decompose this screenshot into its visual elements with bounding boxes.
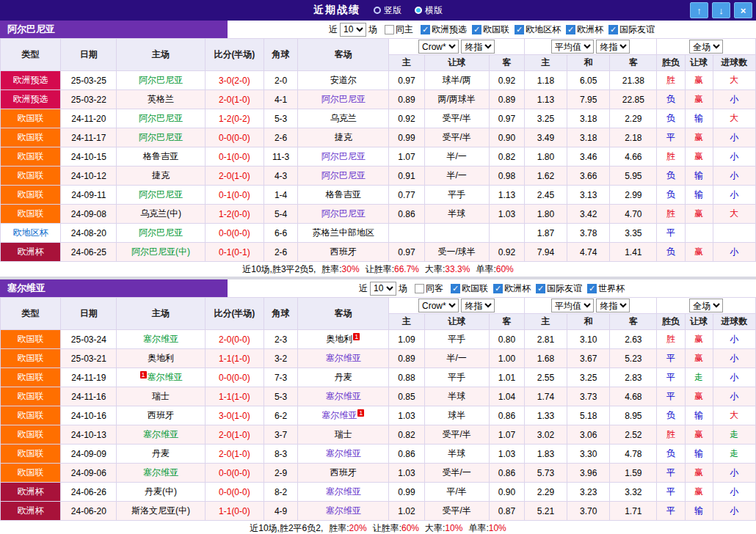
- close-button[interactable]: ×: [734, 2, 752, 18]
- up-arrow-icon: ↑: [697, 5, 702, 16]
- competition-filter[interactable]: 欧洲杯: [561, 23, 603, 36]
- col-result: 胜负: [657, 314, 685, 330]
- col-euro-draw: 和: [567, 314, 610, 330]
- layout-radio-horizontal[interactable]: 横版: [415, 4, 443, 17]
- competition-checkbox[interactable]: [493, 284, 503, 293]
- away-team-name: 乌克兰: [330, 113, 357, 123]
- competition-type: 欧国联: [1, 186, 61, 205]
- away-team-name: 阿尔巴尼亚: [321, 151, 366, 161]
- home-team: 西班牙: [117, 406, 205, 425]
- home-team: 塞尔维亚: [117, 425, 205, 445]
- home-team-name: 捷克: [152, 170, 170, 180]
- recent-count-select[interactable]: 10: [370, 282, 396, 296]
- col-asian-away: 客: [489, 55, 524, 71]
- col-asian-away: 客: [489, 314, 524, 330]
- same-venue-checkbox[interactable]: [385, 25, 394, 34]
- average-odds-select[interactable]: 平均值: [551, 40, 594, 54]
- result-goals: 走: [713, 425, 755, 445]
- home-team: 塞尔维亚: [117, 464, 205, 483]
- match-row: 欧洲杯24-06-20斯洛文尼亚(中)1-1(0-0)4-9塞尔维亚1.02受平…: [1, 502, 756, 521]
- summary-stat: 单率:60%: [476, 263, 513, 276]
- match-row: 欧国联25-03-24塞尔维亚2-0(0-0)2-3奥地利11.09平手0.80…: [1, 330, 756, 349]
- corner-score: 3-2: [263, 349, 297, 368]
- competition-filter[interactable]: 欧国联: [446, 282, 488, 295]
- avg-away-odds: 1.41: [610, 243, 657, 262]
- same-venue-filter[interactable]: 同客: [410, 282, 443, 295]
- average-odds-select[interactable]: 平均值: [551, 299, 594, 312]
- average-stage-select[interactable]: 终指: [596, 299, 630, 312]
- scope-select[interactable]: 全场: [689, 299, 723, 312]
- result-handicap: 赢: [685, 330, 713, 349]
- same-venue-checkbox[interactable]: [415, 284, 424, 293]
- down-arrow-icon: ↓: [719, 5, 724, 16]
- result-wdl: 平: [657, 368, 685, 387]
- summary-stat-value: 60%: [496, 264, 514, 274]
- competition-checkbox[interactable]: [587, 284, 597, 293]
- odds-stage-select[interactable]: 终指: [461, 40, 495, 54]
- handicap-line: 球半/两: [424, 71, 489, 90]
- home-team-name: 乌克兰(中): [140, 208, 181, 219]
- corner-score: 1-4: [263, 186, 297, 205]
- handicap-home-odds: 1.07: [389, 147, 424, 167]
- competition-filter[interactable]: 欧地区杯: [509, 23, 561, 36]
- competition-filter[interactable]: 国际友谊: [603, 23, 655, 36]
- handicap-line: 半/一: [424, 167, 489, 186]
- odds-provider-select[interactable]: Crow*: [418, 299, 459, 312]
- competition-checkbox[interactable]: [515, 25, 524, 34]
- competition-checkbox[interactable]: [451, 284, 460, 293]
- competition-filter[interactable]: 世界杯: [582, 282, 625, 295]
- home-team-name: 丹麦: [152, 448, 170, 458]
- handicap-away-odds: 1.13: [489, 186, 524, 205]
- avg-home-odds: 3.25: [524, 109, 567, 128]
- filter-bar: 近 10 场 同主 欧洲预选欧国联欧地区杯欧洲杯国际友谊: [228, 21, 756, 38]
- col-euro-home: 主: [524, 314, 567, 330]
- layout-radio-vertical[interactable]: 竖版: [374, 4, 401, 17]
- result-wdl: 负: [657, 445, 685, 464]
- result-goals: 走: [713, 445, 755, 464]
- score: 0-0(0-0): [205, 483, 263, 502]
- competition-filter[interactable]: 欧国联: [467, 23, 509, 36]
- average-stage-select[interactable]: 终指: [596, 40, 630, 54]
- avg-home-odds: 1.13: [524, 90, 567, 109]
- summary-stat: 让胜率:60%: [373, 522, 419, 534]
- match-row: 欧国联24-11-17阿尔巴尼亚0-0(0-0)2-6捷克0.99受平/半0.9…: [1, 128, 756, 147]
- move-up-button[interactable]: ↑: [690, 2, 708, 18]
- competition-checkbox[interactable]: [608, 25, 618, 34]
- col-date: 日期: [61, 39, 117, 71]
- recent-count-select[interactable]: 10: [340, 23, 366, 37]
- avg-home-odds: 1.80: [524, 147, 567, 167]
- avg-home-odds: 3.49: [524, 128, 567, 147]
- result-wdl: 胜: [657, 147, 685, 167]
- handicap-line: 受半/一: [424, 464, 489, 483]
- summary-stat-value: 20%: [349, 523, 367, 533]
- competition-filter[interactable]: 欧洲杯: [488, 282, 531, 295]
- competition-type: 欧洲预选: [1, 71, 61, 90]
- result-handicap: 走: [685, 368, 713, 387]
- competition-checkbox[interactable]: [472, 25, 481, 34]
- odds-stage-select[interactable]: 终指: [461, 299, 495, 312]
- result-handicap: 输: [685, 445, 713, 464]
- competition-filter[interactable]: 国际友谊: [531, 282, 582, 295]
- col-asian-line: 让球: [424, 55, 489, 71]
- competition-checkbox[interactable]: [566, 25, 575, 34]
- competition-checkbox[interactable]: [536, 284, 545, 293]
- avg-away-odds: 3.32: [610, 483, 657, 502]
- home-team: 塞尔维亚: [117, 330, 205, 349]
- result-wdl: 胜: [657, 71, 685, 90]
- handicap-line: [424, 224, 489, 243]
- handicap-line: 球半: [424, 406, 489, 425]
- match-date: 24-06-25: [61, 243, 117, 262]
- corner-score: 5-3: [263, 387, 297, 406]
- competition-filter[interactable]: 欧洲预选: [415, 23, 467, 36]
- odds-provider-select[interactable]: Crow*: [418, 40, 459, 54]
- competition-checkbox[interactable]: [421, 25, 430, 34]
- scope-select[interactable]: 全场: [689, 40, 723, 54]
- corner-score: 4-3: [263, 167, 297, 186]
- result-handicap: 赢: [685, 90, 713, 109]
- move-down-button[interactable]: ↓: [712, 2, 730, 18]
- avg-draw-odds: 3.25: [567, 368, 610, 387]
- competition-type: 欧国联: [1, 406, 61, 425]
- horizontal-layout-label: 横版: [425, 4, 443, 17]
- score: 2-0(1-0): [205, 425, 263, 445]
- same-venue-filter[interactable]: 同主: [379, 23, 413, 36]
